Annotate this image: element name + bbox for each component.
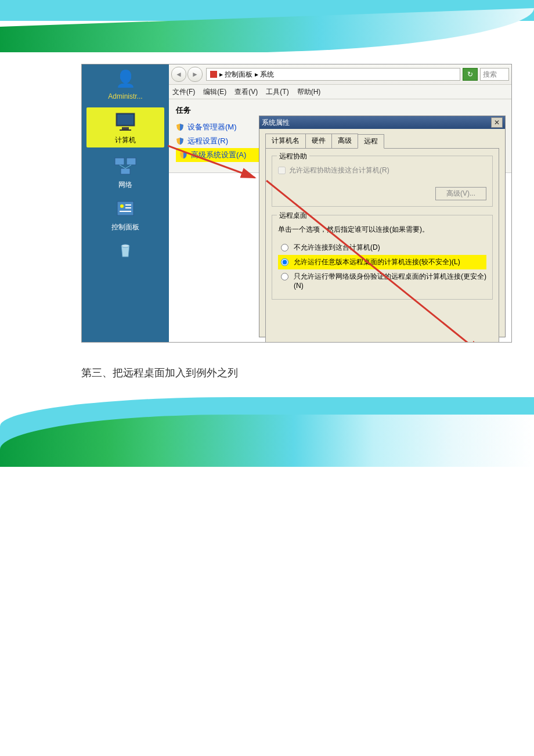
svg-rect-3: [120, 129, 131, 131]
desktop-icon-computer[interactable]: 计算机: [86, 107, 164, 147]
svg-rect-1: [117, 114, 134, 125]
search-field[interactable]: 搜索: [480, 68, 509, 81]
step-caption: 第三、把远程桌面加入到例外之列: [81, 366, 453, 380]
nav-back-button[interactable]: ◄: [171, 67, 186, 82]
radio-allow-any-version[interactable]: 允许运行任意版本远程桌面的计算机连接(较不安全)(L): [278, 255, 486, 269]
shield-icon: [179, 151, 187, 159]
svg-rect-12: [125, 207, 131, 208]
desktop-icon-label: 控制面板: [111, 223, 139, 231]
menu-help[interactable]: 帮助(H): [297, 87, 321, 97]
svg-line-7: [120, 165, 125, 168]
tab-hardware[interactable]: 硬件: [305, 134, 332, 148]
shield-icon: [176, 137, 184, 145]
menu-file[interactable]: 文件(F): [172, 87, 195, 97]
svg-rect-13: [120, 211, 131, 212]
tab-computer-name[interactable]: 计算机名: [265, 134, 306, 148]
desktop-icon-label: Administr...: [108, 92, 142, 100]
recycle-bin-icon: [111, 239, 139, 262]
desktop-icon-control-panel[interactable]: 控制面板: [82, 193, 169, 236]
svg-rect-4: [115, 158, 124, 165]
radio-input[interactable]: [281, 273, 288, 280]
checkbox-allow-remote-assist: 允许远程协助连接这台计算机(R): [278, 165, 486, 175]
tab-remote[interactable]: 远程: [358, 134, 384, 149]
desktop-sidebar: 👤 Administr... 计算机 网络 控制面板: [82, 64, 169, 342]
address-bar: ◄ ► ▸ 控制面板 ▸ 系统 ↻ 搜索: [169, 64, 511, 85]
content-area: 👤 Administr... 计算机 网络 控制面板: [0, 52, 534, 380]
desktop-icon-network[interactable]: 网络: [82, 151, 169, 193]
task-link-label: 设备管理器(M): [187, 122, 237, 132]
user-icon: 👤: [111, 67, 139, 90]
radio-label: 只允许运行带网络级身份验证的远程桌面的计算机连接(更安全)(N): [294, 272, 486, 291]
desktop-icon-recycle-bin[interactable]: [82, 236, 169, 268]
group-title: 远程协助: [277, 152, 309, 161]
menu-bar: 文件(F) 编辑(E) 查看(V) 工具(T) 帮助(H): [169, 85, 511, 99]
group-remote-assist: 远程协助 允许远程协助连接这台计算机(R) 高级(V)...: [272, 156, 493, 207]
checkbox-input: [278, 167, 286, 174]
svg-point-10: [120, 204, 124, 208]
desktop-icon-admin[interactable]: 👤 Administr...: [82, 64, 169, 104]
dialog-tabs: 计算机名 硬件 高级 远程: [265, 134, 499, 148]
radio-label: 不允许连接到这台计算机(D): [294, 243, 380, 253]
control-panel-icon: [111, 197, 139, 220]
dialog-titlebar[interactable]: 系统属性 ✕: [259, 116, 505, 129]
breadcrumb-text: ▸ 控制面板 ▸ 系统: [219, 70, 274, 80]
menu-view[interactable]: 查看(V): [234, 87, 258, 97]
checkbox-label: 允许远程协助连接这台计算机(R): [289, 165, 389, 175]
svg-rect-5: [127, 158, 136, 165]
radio-allow-nla-only[interactable]: 只允许运行带网络级身份验证的远程桌面的计算机连接(更安全)(N): [278, 269, 486, 294]
decorative-wave-top: [0, 0, 534, 52]
svg-point-14: [121, 244, 129, 247]
decorative-wave-bottom: [0, 397, 534, 560]
nav-buttons: ◄ ►: [171, 67, 203, 82]
search-placeholder: 搜索: [483, 70, 497, 80]
refresh-button[interactable]: ↻: [463, 68, 478, 81]
menu-tools[interactable]: 工具(T): [266, 87, 288, 97]
nav-forward-button[interactable]: ►: [187, 67, 203, 82]
tasks-heading: 任务: [176, 105, 504, 116]
monitor-icon: [111, 110, 139, 133]
desktop-icon-label: 网络: [118, 181, 132, 189]
dialog-title: 系统属性: [262, 118, 290, 128]
system-properties-dialog: 系统属性 ✕ 计算机名 硬件 高级 远程 远程协助 允许远程协助连接这台计算机(…: [259, 116, 506, 337]
svg-rect-6: [121, 168, 130, 174]
menu-edit[interactable]: 编辑(E): [203, 87, 226, 97]
svg-rect-2: [122, 127, 129, 129]
radio-disallow-connections[interactable]: 不允许连接到这台计算机(D): [278, 240, 486, 255]
breadcrumb-field[interactable]: ▸ 控制面板 ▸ 系统: [206, 68, 460, 81]
task-link-label: 远程设置(R): [187, 136, 228, 146]
radio-label: 允许运行任意版本远程桌面的计算机连接(较不安全)(L): [294, 257, 460, 267]
screenshot-container: 👤 Administr... 计算机 网络 控制面板: [81, 64, 512, 343]
desktop-icon-label: 计算机: [115, 136, 136, 144]
network-icon: [111, 154, 139, 178]
tab-advanced[interactable]: 高级: [331, 134, 358, 148]
svg-line-8: [125, 165, 131, 168]
svg-rect-11: [125, 204, 131, 206]
remote-desktop-instruction: 单击一个选项，然后指定谁可以连接(如果需要)。: [278, 225, 486, 235]
radio-input[interactable]: [281, 258, 288, 266]
group-title: 远程桌面: [277, 211, 309, 221]
group-remote-desktop: 远程桌面 单击一个选项，然后指定谁可以连接(如果需要)。 不允许连接到这台计算机…: [272, 215, 493, 300]
shield-icon: [176, 123, 184, 131]
advanced-button: 高级(V)...: [435, 187, 486, 200]
close-button[interactable]: ✕: [491, 117, 503, 128]
task-link-label: 高级系统设置(A): [191, 150, 246, 160]
radio-input[interactable]: [281, 244, 288, 251]
tab-body-remote: 远程协助 允许远程协助连接这台计算机(R) 高级(V)... 远程桌面 单击一个…: [265, 148, 499, 343]
folder-flag-icon: [210, 71, 217, 78]
